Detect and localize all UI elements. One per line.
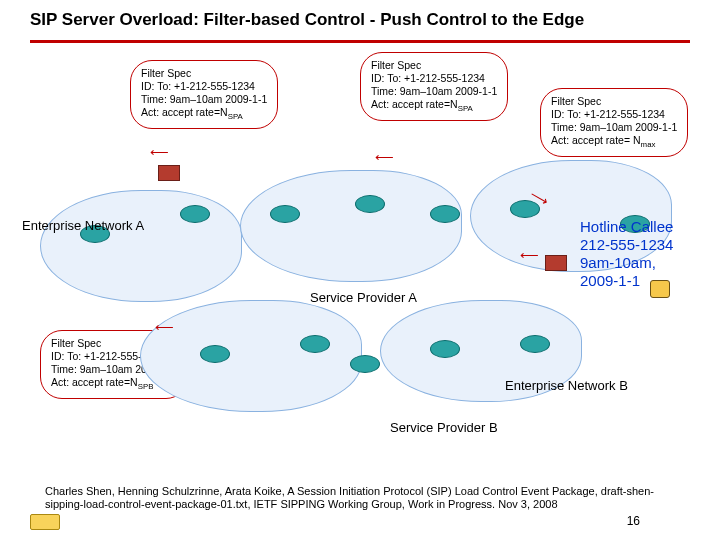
fs-line: Filter Spec	[141, 67, 267, 80]
footer-citation: Charles Shen, Henning Schulzrinne, Arata…	[45, 485, 680, 513]
firewall-icon	[158, 165, 180, 181]
filter-spec-callout-nmax: Filter Spec ID: To: +1-212-555-1234 Time…	[540, 88, 688, 157]
cloud-service-provider-a	[240, 170, 462, 282]
fs-line: ID: To: +1-212-555-1234	[551, 108, 677, 121]
router-icon	[270, 205, 300, 223]
fs-line: ID: To: +1-212-555-1234	[371, 72, 497, 85]
hotline-line: Hotline Callee	[580, 218, 673, 236]
arrow-icon: ⟵	[155, 320, 174, 335]
slide: SIP Server Overload: Filter-based Contro…	[0, 0, 720, 540]
filter-spec-callout-spa-2: Filter Spec ID: To: +1-212-555-1234 Time…	[360, 52, 508, 121]
title-rule	[30, 40, 690, 43]
label-service-provider-a: Service Provider A	[310, 290, 417, 305]
fs-line: Time: 9am–10am 2009-1-1	[551, 121, 677, 134]
fs-line: Filter Spec	[371, 59, 497, 72]
slide-marker-icon	[30, 514, 60, 530]
page-number: 16	[627, 514, 640, 528]
router-icon	[430, 340, 460, 358]
cloud-service-provider-b-left	[140, 300, 362, 412]
fs-line: Act: accept rate=NSPA	[141, 106, 267, 122]
router-icon	[180, 205, 210, 223]
hotline-line: 2009-1-1	[580, 272, 673, 290]
router-icon	[200, 345, 230, 363]
label-enterprise-a: Enterprise Network A	[22, 218, 144, 233]
router-icon	[350, 355, 380, 373]
router-icon	[520, 335, 550, 353]
fs-line: Time: 9am–10am 2009-1-1	[141, 93, 267, 106]
cloud-enterprise-a	[40, 190, 242, 302]
fs-sub: SPA	[228, 112, 243, 121]
hotline-line: 212-555-1234	[580, 236, 673, 254]
fs-pre: Act: accept rate=N	[141, 106, 228, 118]
fs-sub: max	[641, 140, 656, 149]
slide-title: SIP Server Overload: Filter-based Contro…	[30, 10, 700, 30]
arrow-icon: ⟵	[150, 145, 169, 160]
router-icon	[430, 205, 460, 223]
fs-line: ID: To: +1-212-555-1234	[141, 80, 267, 93]
label-service-provider-b: Service Provider B	[390, 420, 498, 435]
router-icon	[300, 335, 330, 353]
firewall-icon	[545, 255, 567, 271]
arrow-icon: ⟵	[520, 248, 539, 263]
fs-pre: Act: accept rate=N	[371, 98, 458, 110]
hotline-callee-label: Hotline Callee 212-555-1234 9am-10am, 20…	[580, 218, 673, 290]
fs-sub: SPA	[458, 104, 473, 113]
hotline-line: 9am-10am,	[580, 254, 673, 272]
fs-line: Filter Spec	[551, 95, 677, 108]
label-enterprise-b: Enterprise Network B	[505, 378, 628, 393]
router-icon	[355, 195, 385, 213]
fs-line: Act: accept rate= Nmax	[551, 134, 677, 150]
fs-line: Time: 9am–10am 2009-1-1	[371, 85, 497, 98]
fs-line: Act: accept rate=NSPA	[371, 98, 497, 114]
fs-pre: Act: accept rate= N	[551, 134, 641, 146]
arrow-icon: ⟵	[375, 150, 394, 165]
filter-spec-callout-spa-1: Filter Spec ID: To: +1-212-555-1234 Time…	[130, 60, 278, 129]
